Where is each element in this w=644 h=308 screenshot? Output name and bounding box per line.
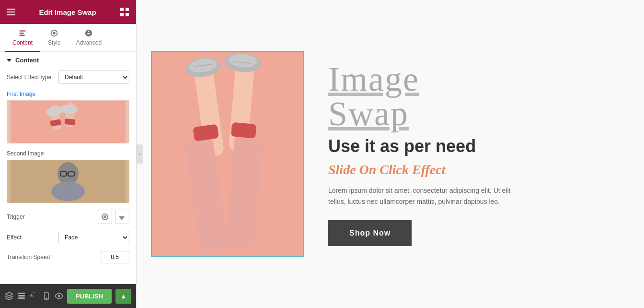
layers-icon[interactable]: [5, 289, 13, 303]
image-preview-box[interactable]: [151, 51, 304, 257]
panel-title: Edit Image Swap: [39, 8, 96, 16]
effect-type-select[interactable]: Default Fade Slide: [58, 71, 129, 84]
effect-select[interactable]: Fade Slide Zoom: [58, 231, 129, 244]
svg-rect-1: [126, 8, 129, 11]
history-icon[interactable]: [30, 289, 38, 303]
svg-rect-2: [120, 13, 124, 16]
lorem-text: Lorem ipsum dolor sit amet, consectetur …: [328, 185, 520, 207]
preview-area: Image Swap Use it as per need Slide On C…: [137, 0, 644, 308]
effect-text: Slide On Click Effect: [328, 162, 610, 178]
trigger-label: Trigger: [7, 213, 55, 220]
effect-type-label: Select Effect type: [7, 74, 55, 81]
first-image-label: First Image: [7, 91, 129, 97]
trigger-icons: [98, 210, 129, 224]
first-image-section: First Image: [7, 91, 129, 143]
svg-rect-0: [120, 8, 124, 11]
hamburger-icon[interactable]: [7, 9, 15, 15]
tabs-bar: Content Style Advanced: [0, 24, 136, 52]
grid-icon[interactable]: [120, 7, 129, 17]
main-area: ‹: [137, 0, 644, 308]
effect-row: Effect Fade Slide Zoom: [7, 231, 129, 244]
section-title: Content: [15, 57, 39, 64]
main-heading: Image Swap: [328, 62, 610, 131]
left-panel: Edit Image Swap Content Style: [0, 0, 137, 308]
transition-speed-input[interactable]: [101, 251, 129, 263]
content-section-header[interactable]: Content: [7, 57, 129, 64]
publish-button[interactable]: PUBLISH: [67, 289, 112, 304]
top-bar: Edit Image Swap: [0, 0, 136, 24]
image-preview-container: [151, 10, 304, 298]
trigger-click-button[interactable]: [115, 210, 129, 224]
effect-label: Effect: [7, 234, 55, 241]
effect-type-row: Select Effect type Default Fade Slide: [7, 71, 129, 84]
transition-speed-row: Transition Speed: [7, 251, 129, 263]
svg-rect-21: [18, 297, 25, 299]
svg-rect-20: [18, 295, 25, 296]
right-content: Image Swap Use it as per need Slide On C…: [319, 10, 630, 298]
svg-point-24: [58, 295, 60, 297]
heading-line1: Image: [328, 62, 610, 96]
chevron-down-icon: [7, 59, 12, 62]
tab-style[interactable]: Style: [40, 24, 69, 52]
svg-point-23: [46, 298, 47, 299]
tab-content[interactable]: Content: [5, 24, 40, 52]
transition-speed-label: Transition Speed: [7, 254, 55, 261]
svg-rect-31: [231, 122, 257, 139]
subheading: Use it as per need: [328, 136, 610, 156]
second-image-thumbnail[interactable]: [7, 160, 129, 203]
second-image-section: Second Image: [7, 150, 129, 203]
svg-point-5: [53, 32, 56, 34]
trigger-row: Trigger: [7, 210, 129, 224]
second-image-label: Second Image: [7, 150, 129, 157]
shop-now-button[interactable]: Shop Now: [328, 220, 412, 246]
svg-rect-10: [65, 118, 76, 125]
svg-rect-19: [18, 293, 25, 294]
panel-content: Content Select Effect type Default Fade …: [0, 52, 136, 284]
bottom-bar: PUBLISH ▲: [0, 284, 136, 308]
mobile-icon[interactable]: [42, 289, 51, 303]
tab-advanced[interactable]: Advanced: [69, 24, 109, 52]
eye-icon[interactable]: [55, 289, 63, 303]
first-image-thumbnail[interactable]: [7, 100, 129, 143]
stack-icon[interactable]: [17, 289, 26, 303]
collapse-handle[interactable]: ‹: [137, 144, 143, 164]
heading-line2: Swap: [328, 96, 610, 131]
publish-arrow-button[interactable]: ▲: [115, 289, 131, 304]
svg-rect-3: [126, 13, 129, 16]
trigger-hover-button[interactable]: [98, 210, 112, 224]
svg-point-18: [51, 182, 85, 201]
